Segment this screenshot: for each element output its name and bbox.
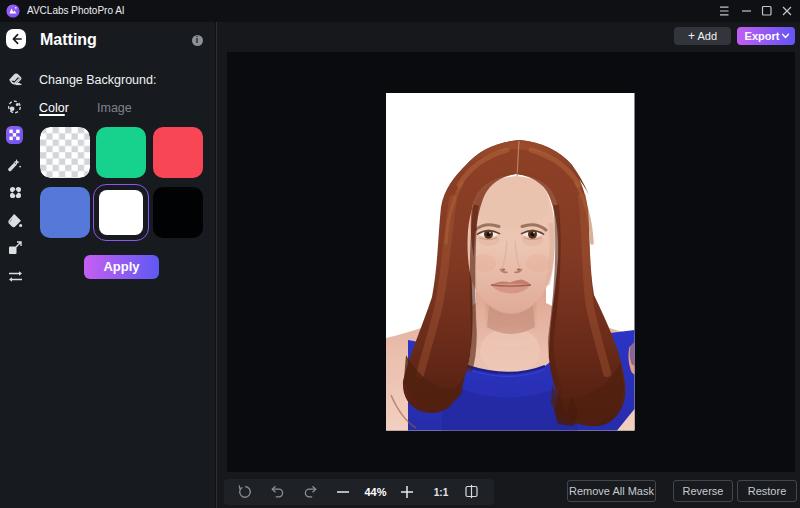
svg-text:44%: 44%	[364, 486, 386, 498]
svg-text:1:1: 1:1	[434, 487, 449, 498]
